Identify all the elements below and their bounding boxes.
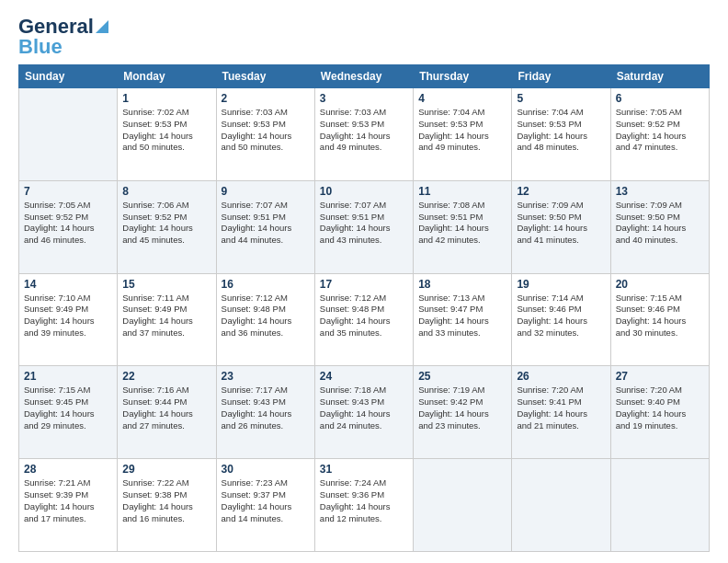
calendar-cell: 19Sunrise: 7:14 AM Sunset: 9:46 PM Dayli… bbox=[512, 273, 610, 366]
calendar-cell: 26Sunrise: 7:20 AM Sunset: 9:41 PM Dayli… bbox=[512, 366, 610, 459]
calendar-cell: 23Sunrise: 7:17 AM Sunset: 9:43 PM Dayli… bbox=[216, 366, 314, 459]
logo: General Blue bbox=[18, 15, 108, 59]
calendar-week-row: 1Sunrise: 7:02 AM Sunset: 9:53 PM Daylig… bbox=[19, 88, 710, 181]
day-info: Sunrise: 7:18 AM Sunset: 9:43 PM Dayligh… bbox=[320, 385, 408, 431]
calendar-week-row: 28Sunrise: 7:21 AM Sunset: 9:39 PM Dayli… bbox=[19, 459, 710, 552]
day-info: Sunrise: 7:12 AM Sunset: 9:48 PM Dayligh… bbox=[222, 293, 310, 339]
calendar-cell: 9Sunrise: 7:07 AM Sunset: 9:51 PM Daylig… bbox=[216, 180, 314, 273]
day-info: Sunrise: 7:20 AM Sunset: 9:41 PM Dayligh… bbox=[517, 385, 605, 431]
calendar-cell: 15Sunrise: 7:11 AM Sunset: 9:49 PM Dayli… bbox=[118, 273, 216, 366]
day-info: Sunrise: 7:09 AM Sunset: 9:50 PM Dayligh… bbox=[616, 200, 704, 247]
calendar-cell bbox=[610, 459, 709, 552]
weekday-header-monday: Monday bbox=[118, 65, 216, 88]
day-number: 24 bbox=[320, 370, 408, 383]
calendar-cell: 13Sunrise: 7:09 AM Sunset: 9:50 PM Dayli… bbox=[610, 180, 709, 273]
calendar-week-row: 21Sunrise: 7:15 AM Sunset: 9:45 PM Dayli… bbox=[19, 366, 710, 459]
day-number: 2 bbox=[222, 92, 310, 105]
day-info: Sunrise: 7:05 AM Sunset: 9:52 PM Dayligh… bbox=[616, 107, 704, 154]
weekday-header-sunday: Sunday bbox=[19, 65, 118, 88]
day-info: Sunrise: 7:12 AM Sunset: 9:48 PM Dayligh… bbox=[320, 293, 408, 339]
calendar-table: SundayMondayTuesdayWednesdayThursdayFrid… bbox=[18, 64, 710, 552]
calendar-cell: 10Sunrise: 7:07 AM Sunset: 9:51 PM Dayli… bbox=[314, 180, 413, 273]
calendar-cell: 30Sunrise: 7:23 AM Sunset: 9:37 PM Dayli… bbox=[216, 459, 314, 552]
calendar-cell: 21Sunrise: 7:15 AM Sunset: 9:45 PM Dayli… bbox=[19, 366, 118, 459]
calendar-cell: 31Sunrise: 7:24 AM Sunset: 9:36 PM Dayli… bbox=[314, 459, 413, 552]
weekday-header-thursday: Thursday bbox=[414, 65, 512, 88]
day-info: Sunrise: 7:13 AM Sunset: 9:47 PM Dayligh… bbox=[418, 293, 506, 339]
day-info: Sunrise: 7:16 AM Sunset: 9:44 PM Dayligh… bbox=[122, 385, 210, 431]
calendar-cell: 11Sunrise: 7:08 AM Sunset: 9:51 PM Dayli… bbox=[414, 180, 512, 273]
calendar-cell: 24Sunrise: 7:18 AM Sunset: 9:43 PM Dayli… bbox=[314, 366, 413, 459]
calendar-cell: 5Sunrise: 7:04 AM Sunset: 9:53 PM Daylig… bbox=[512, 88, 610, 181]
day-number: 1 bbox=[122, 92, 210, 105]
calendar-cell: 18Sunrise: 7:13 AM Sunset: 9:47 PM Dayli… bbox=[414, 273, 512, 366]
calendar-cell: 20Sunrise: 7:15 AM Sunset: 9:46 PM Dayli… bbox=[610, 273, 709, 366]
calendar-cell: 12Sunrise: 7:09 AM Sunset: 9:50 PM Dayli… bbox=[512, 180, 610, 273]
day-number: 19 bbox=[517, 278, 605, 291]
day-info: Sunrise: 7:24 AM Sunset: 9:36 PM Dayligh… bbox=[320, 477, 408, 524]
day-info: Sunrise: 7:15 AM Sunset: 9:45 PM Dayligh… bbox=[24, 385, 112, 431]
calendar-cell: 22Sunrise: 7:16 AM Sunset: 9:44 PM Dayli… bbox=[118, 366, 216, 459]
day-info: Sunrise: 7:14 AM Sunset: 9:46 PM Dayligh… bbox=[517, 293, 605, 339]
day-info: Sunrise: 7:20 AM Sunset: 9:40 PM Dayligh… bbox=[616, 385, 704, 431]
calendar-cell: 16Sunrise: 7:12 AM Sunset: 9:48 PM Dayli… bbox=[216, 273, 314, 366]
day-number: 4 bbox=[418, 92, 506, 105]
day-info: Sunrise: 7:19 AM Sunset: 9:42 PM Dayligh… bbox=[418, 385, 506, 431]
day-number: 9 bbox=[222, 185, 310, 198]
day-number: 7 bbox=[24, 185, 112, 198]
day-number: 17 bbox=[320, 278, 408, 291]
day-number: 29 bbox=[122, 463, 210, 476]
day-info: Sunrise: 7:22 AM Sunset: 9:38 PM Dayligh… bbox=[122, 477, 210, 524]
header: General Blue bbox=[18, 15, 710, 59]
day-info: Sunrise: 7:03 AM Sunset: 9:53 PM Dayligh… bbox=[222, 107, 310, 154]
day-number: 16 bbox=[222, 278, 310, 291]
day-number: 10 bbox=[320, 185, 408, 198]
day-number: 31 bbox=[320, 463, 408, 476]
day-info: Sunrise: 7:10 AM Sunset: 9:49 PM Dayligh… bbox=[24, 293, 112, 339]
day-number: 8 bbox=[122, 185, 210, 198]
weekday-header-saturday: Saturday bbox=[610, 65, 709, 88]
day-info: Sunrise: 7:02 AM Sunset: 9:53 PM Dayligh… bbox=[122, 107, 210, 154]
day-info: Sunrise: 7:15 AM Sunset: 9:46 PM Dayligh… bbox=[616, 293, 704, 339]
weekday-header-row: SundayMondayTuesdayWednesdayThursdayFrid… bbox=[19, 65, 710, 88]
day-info: Sunrise: 7:04 AM Sunset: 9:53 PM Dayligh… bbox=[418, 107, 506, 154]
calendar-cell: 29Sunrise: 7:22 AM Sunset: 9:38 PM Dayli… bbox=[118, 459, 216, 552]
day-info: Sunrise: 7:07 AM Sunset: 9:51 PM Dayligh… bbox=[222, 200, 310, 247]
day-info: Sunrise: 7:05 AM Sunset: 9:52 PM Dayligh… bbox=[24, 200, 112, 247]
day-info: Sunrise: 7:08 AM Sunset: 9:51 PM Dayligh… bbox=[418, 200, 506, 247]
day-info: Sunrise: 7:04 AM Sunset: 9:53 PM Dayligh… bbox=[517, 107, 605, 154]
calendar-cell: 14Sunrise: 7:10 AM Sunset: 9:49 PM Dayli… bbox=[19, 273, 118, 366]
calendar-week-row: 7Sunrise: 7:05 AM Sunset: 9:52 PM Daylig… bbox=[19, 180, 710, 273]
day-number: 15 bbox=[122, 278, 210, 291]
weekday-header-wednesday: Wednesday bbox=[314, 65, 413, 88]
calendar-cell: 6Sunrise: 7:05 AM Sunset: 9:52 PM Daylig… bbox=[610, 88, 709, 181]
calendar-cell: 7Sunrise: 7:05 AM Sunset: 9:52 PM Daylig… bbox=[19, 180, 118, 273]
calendar-cell: 4Sunrise: 7:04 AM Sunset: 9:53 PM Daylig… bbox=[414, 88, 512, 181]
calendar-cell: 1Sunrise: 7:02 AM Sunset: 9:53 PM Daylig… bbox=[118, 88, 216, 181]
day-info: Sunrise: 7:09 AM Sunset: 9:50 PM Dayligh… bbox=[517, 200, 605, 247]
day-number: 14 bbox=[24, 278, 112, 291]
day-number: 26 bbox=[517, 370, 605, 383]
calendar-cell bbox=[19, 88, 118, 181]
day-number: 18 bbox=[418, 278, 506, 291]
weekday-header-friday: Friday bbox=[512, 65, 610, 88]
day-info: Sunrise: 7:06 AM Sunset: 9:52 PM Dayligh… bbox=[122, 200, 210, 247]
day-info: Sunrise: 7:07 AM Sunset: 9:51 PM Dayligh… bbox=[320, 200, 408, 247]
day-number: 13 bbox=[616, 185, 704, 198]
day-number: 23 bbox=[222, 370, 310, 383]
day-info: Sunrise: 7:23 AM Sunset: 9:37 PM Dayligh… bbox=[222, 477, 310, 524]
calendar-cell: 28Sunrise: 7:21 AM Sunset: 9:39 PM Dayli… bbox=[19, 459, 118, 552]
calendar-cell: 8Sunrise: 7:06 AM Sunset: 9:52 PM Daylig… bbox=[118, 180, 216, 273]
calendar-cell: 3Sunrise: 7:03 AM Sunset: 9:53 PM Daylig… bbox=[314, 88, 413, 181]
day-number: 6 bbox=[616, 92, 704, 105]
calendar-week-row: 14Sunrise: 7:10 AM Sunset: 9:49 PM Dayli… bbox=[19, 273, 710, 366]
day-info: Sunrise: 7:11 AM Sunset: 9:49 PM Dayligh… bbox=[122, 293, 210, 339]
day-number: 3 bbox=[320, 92, 408, 105]
day-number: 21 bbox=[24, 370, 112, 383]
weekday-header-tuesday: Tuesday bbox=[216, 65, 314, 88]
day-number: 5 bbox=[517, 92, 605, 105]
logo-triangle-icon bbox=[96, 20, 108, 33]
day-number: 11 bbox=[418, 185, 506, 198]
page: General Blue SundayMondayTuesdayWednesda… bbox=[0, 0, 728, 563]
calendar-cell: 25Sunrise: 7:19 AM Sunset: 9:42 PM Dayli… bbox=[414, 366, 512, 459]
